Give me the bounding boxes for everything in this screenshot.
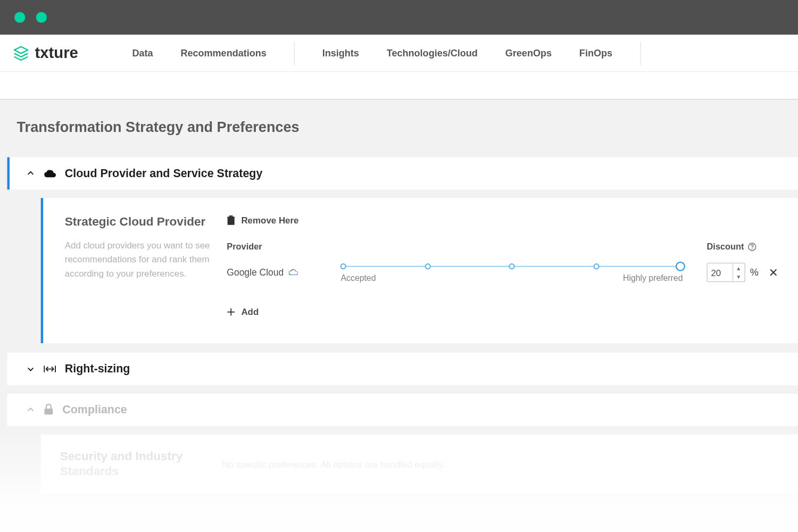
stepper-up-icon[interactable]: ▲ bbox=[733, 263, 744, 272]
plus-icon bbox=[227, 307, 235, 316]
remove-here-button[interactable]: Remove Here bbox=[227, 215, 779, 225]
column-discount: Discount bbox=[707, 242, 744, 252]
section-cloud-provider[interactable]: Cloud Provider and Service Strategy bbox=[7, 157, 798, 189]
card-description: Add cloud providers you want to see reco… bbox=[65, 238, 215, 280]
resize-icon bbox=[43, 364, 56, 374]
brand-logo[interactable]: txture bbox=[12, 44, 78, 62]
nav-greenops[interactable]: GreenOps bbox=[505, 48, 552, 59]
add-provider-button[interactable]: Add bbox=[227, 306, 779, 317]
cloud-icon bbox=[43, 169, 56, 178]
svg-rect-0 bbox=[228, 217, 234, 225]
nav-finops[interactable]: FinOps bbox=[579, 48, 612, 59]
remove-label: Remove Here bbox=[241, 215, 298, 225]
section-compliance[interactable]: Compliance bbox=[7, 394, 798, 426]
google-cloud-icon bbox=[288, 269, 298, 276]
window-dot bbox=[36, 12, 47, 23]
window-dot bbox=[14, 12, 25, 23]
section-title: Cloud Provider and Service Strategy bbox=[65, 167, 263, 180]
svg-rect-3 bbox=[44, 409, 53, 414]
slider-left-label: Accepted bbox=[341, 273, 376, 282]
card-description: No specific preferences. All options are… bbox=[222, 459, 445, 469]
top-nav: txture Data Recommendations Insights Tec… bbox=[0, 35, 798, 72]
column-provider: Provider bbox=[227, 242, 340, 252]
nav-recommendations[interactable]: Recommendations bbox=[180, 48, 266, 59]
slider-right-label: Highly preferred bbox=[623, 273, 683, 282]
add-label: Add bbox=[241, 306, 259, 317]
nav-separator bbox=[294, 41, 295, 65]
discount-unit: % bbox=[750, 267, 759, 278]
stepper-down-icon[interactable]: ▼ bbox=[733, 272, 744, 281]
provider-row: Google Cloud bbox=[227, 262, 779, 282]
chevron-up-icon bbox=[27, 169, 35, 178]
page-title: Transformation Strategy and Preferences bbox=[17, 119, 798, 136]
close-icon[interactable] bbox=[769, 268, 778, 277]
preference-slider[interactable]: Accepted Highly preferred bbox=[341, 262, 707, 282]
nav-separator bbox=[640, 41, 641, 65]
window-titlebar bbox=[0, 0, 798, 35]
brand-logo-icon bbox=[12, 44, 30, 62]
nav-insights[interactable]: Insights bbox=[322, 48, 359, 59]
chevron-down-icon bbox=[27, 365, 35, 373]
svg-point-2 bbox=[752, 248, 753, 249]
discount-field[interactable] bbox=[708, 263, 733, 281]
lock-icon bbox=[43, 404, 54, 416]
brand-name: txture bbox=[35, 44, 78, 62]
provider-name: Google Cloud bbox=[227, 267, 284, 278]
page-body: Transformation Strategy and Preferences … bbox=[0, 99, 798, 532]
nav-technologies-cloud[interactable]: Technologies/Cloud bbox=[387, 48, 478, 59]
section-title: Right-sizing bbox=[65, 362, 130, 376]
discount-input[interactable]: ▲ ▼ bbox=[707, 263, 745, 282]
chevron-up-icon bbox=[27, 405, 35, 414]
sub-nav-strip bbox=[0, 72, 798, 99]
section-title: Compliance bbox=[62, 403, 127, 417]
section-right-sizing[interactable]: Right-sizing bbox=[7, 353, 798, 385]
compliance-card: Security and Industry Standards No speci… bbox=[41, 435, 798, 494]
help-icon[interactable] bbox=[747, 242, 757, 251]
trash-icon bbox=[227, 215, 235, 225]
nav-data[interactable]: Data bbox=[132, 48, 153, 59]
strategic-provider-panel: Strategic Cloud Provider Add cloud provi… bbox=[41, 198, 798, 343]
card-title: Security and Industry Standards bbox=[60, 449, 210, 479]
card-title: Strategic Cloud Provider bbox=[65, 215, 215, 229]
slider-handle[interactable] bbox=[676, 262, 685, 271]
